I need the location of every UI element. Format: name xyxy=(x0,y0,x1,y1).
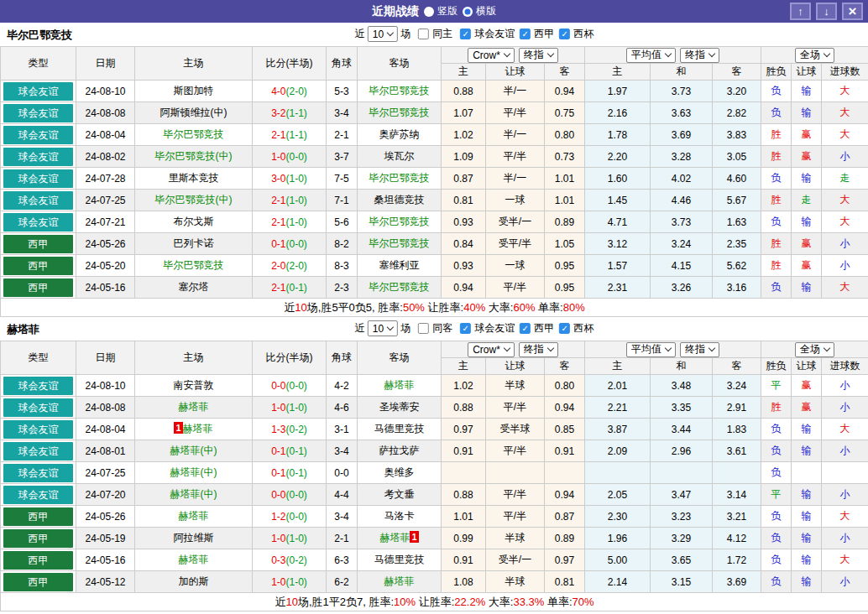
league-laliga-checkbox[interactable] xyxy=(520,29,531,39)
summary-part: 让胜率: xyxy=(416,596,454,608)
away-team: 考文垂 xyxy=(358,484,442,506)
result-cell: 大 xyxy=(822,81,868,102)
close-button[interactable] xyxy=(842,3,863,20)
team-name: 赫塔菲(中) xyxy=(170,488,217,500)
euro-odds-cell: 1.57 xyxy=(585,255,651,277)
result-cell xyxy=(792,462,822,484)
asian-odds-cell: 受半/一 xyxy=(486,211,545,233)
odds-source-select[interactable]: Crow* xyxy=(468,48,515,63)
league-type-cell: 球会友谊 xyxy=(1,419,76,440)
match-row: 球会友谊24-07-21布尔戈斯2-1(1-0)5-6毕尔巴鄂竞技0.93受半/… xyxy=(1,211,868,233)
filter-bar: 近 10 场 同客 球会友谊 西甲 西杯 xyxy=(355,320,593,336)
layout-vertical-radio[interactable]: 竖版 xyxy=(424,4,458,18)
league-type-badge: 西甲 xyxy=(3,551,73,570)
match-date: 24-05-16 xyxy=(76,549,135,571)
match-row: 球会友谊24-08-10斯图加特4-0(2-0)5-3毕尔巴鄂竞技0.88半/一… xyxy=(1,81,868,102)
col-res-handicap: 让球 xyxy=(792,358,822,375)
section-header-team1: 毕尔巴鄂竞技 近 10 场 同主 球会友谊 西甲 西杯 xyxy=(0,23,868,46)
team-name: 赫塔菲(中) xyxy=(170,466,217,478)
league-type-badge: 西甲 xyxy=(3,529,73,548)
away-team: 毕尔巴鄂竞技 xyxy=(358,277,442,299)
odds-source-select[interactable]: Crow* xyxy=(468,342,515,357)
asian-odds-cell: 受半/一 xyxy=(486,549,545,571)
asian-odds-cell: 半/一 xyxy=(486,81,545,102)
euro-final-select[interactable]: 终指 xyxy=(680,48,719,63)
asian-odds-cell: 0.94 xyxy=(545,81,585,102)
layout-horizontal-radio[interactable]: 横版 xyxy=(463,4,496,18)
odds-final-select[interactable]: 终指 xyxy=(519,342,558,357)
score-cell: 0-1(0-0) xyxy=(253,233,327,255)
away-team: 毕尔巴鄂竞技 xyxy=(358,168,442,190)
result-cell: 胜 xyxy=(761,397,792,419)
result-cell: 负 xyxy=(761,506,792,528)
same-venue-checkbox[interactable] xyxy=(418,323,429,334)
average-select[interactable]: 平均值 xyxy=(626,48,676,63)
league-friendly-checkbox[interactable] xyxy=(460,323,471,334)
euro-odds-cell: 3.47 xyxy=(651,484,713,506)
team-name: 赫塔菲 xyxy=(179,510,209,522)
header-group-row: 类型 日期 主场 比分(半场) 角球 客场 Crow* 终指 平均值 终指 全场 xyxy=(1,47,868,64)
result-cell: 负 xyxy=(761,571,792,593)
score-cell: 4-0(2-0) xyxy=(253,81,327,102)
away-team: 毕尔巴鄂竞技 xyxy=(358,81,442,102)
half-time-score: (1-0) xyxy=(286,195,307,206)
move-down-button[interactable] xyxy=(816,3,837,20)
asian-odds-cell: 0.93 xyxy=(442,211,486,233)
titlebar: 近期战绩 竖版 横版 xyxy=(0,0,868,23)
match-row: 球会友谊24-07-25毕尔巴鄂竞技(中)2-1(1-0)7-1桑坦德竞技0.8… xyxy=(1,190,868,211)
match-count-select[interactable]: 10 xyxy=(368,26,398,42)
home-team: 南安普敦 xyxy=(135,375,253,397)
asian-odds-cell xyxy=(545,462,585,484)
euro-odds-cell: 3.14 xyxy=(713,484,761,506)
scope-select[interactable]: 全场 xyxy=(795,342,834,357)
summary-part: 40% xyxy=(463,301,485,314)
asian-odds-cell: 平/半 xyxy=(486,440,545,462)
half-time-score: (0-0) xyxy=(286,238,307,250)
scope-select[interactable]: 全场 xyxy=(795,48,834,63)
move-up-button[interactable] xyxy=(790,3,811,20)
team-name: 毕尔巴鄂竞技 xyxy=(7,28,72,43)
league-type-badge: 球会友谊 xyxy=(3,420,73,439)
col-avg-away: 客 xyxy=(713,64,761,81)
asian-odds-cell: 平/半 xyxy=(486,484,545,506)
result-cell: 输 xyxy=(792,102,822,124)
league-cup-label: 西杯 xyxy=(573,321,593,336)
average-select[interactable]: 平均值 xyxy=(626,342,676,357)
result-cell: 负 xyxy=(761,440,792,462)
league-friendly-checkbox[interactable] xyxy=(460,29,471,39)
scope-value: 全场 xyxy=(800,48,820,62)
euro-odds-cell: 3.73 xyxy=(651,211,713,233)
match-date: 24-08-08 xyxy=(76,397,135,419)
corner-cell: 4-6 xyxy=(327,397,358,419)
league-type-cell: 西甲 xyxy=(1,528,76,549)
match-count-select[interactable]: 10 xyxy=(368,320,398,336)
col-away: 客场 xyxy=(358,47,442,81)
chevron-down-icon xyxy=(665,345,672,351)
asian-odds-cell: 0.99 xyxy=(442,528,486,549)
match-date: 24-08-10 xyxy=(76,375,135,397)
asian-odds-cell xyxy=(442,462,486,484)
team-name: 毕尔巴鄂竞技 xyxy=(164,128,224,140)
score-cell: 3-0(1-0) xyxy=(253,168,327,190)
chevron-down-icon xyxy=(547,50,554,57)
euro-final-value: 终指 xyxy=(685,342,705,356)
euro-odds-group: 平均值 终指 xyxy=(585,47,761,64)
league-cup-checkbox[interactable] xyxy=(559,323,570,334)
summary-part: 10 xyxy=(295,301,306,314)
euro-final-select[interactable]: 终指 xyxy=(680,342,719,357)
odds-final-select[interactable]: 终指 xyxy=(519,48,558,63)
euro-odds-cell: 5.62 xyxy=(713,255,761,277)
chevron-down-icon xyxy=(824,345,830,351)
col-corner: 角球 xyxy=(327,47,358,81)
asian-odds-cell: 0.81 xyxy=(442,190,486,211)
league-laliga-checkbox[interactable] xyxy=(520,323,531,334)
home-team: 加的斯 xyxy=(135,571,253,593)
corner-cell: 3-4 xyxy=(327,506,358,528)
match-row: 球会友谊24-07-20赫塔菲(中)0-0(0-0)4-4考文垂0.88平/半0… xyxy=(1,484,868,506)
league-cup-checkbox[interactable] xyxy=(559,29,570,39)
team-name: 毕尔巴鄂竞技(中) xyxy=(155,194,233,206)
euro-odds-cell: 2.82 xyxy=(713,102,761,124)
same-venue-checkbox[interactable] xyxy=(418,29,429,39)
summary-part: 10% xyxy=(394,596,416,608)
league-type-badge: 球会友谊 xyxy=(3,213,73,232)
